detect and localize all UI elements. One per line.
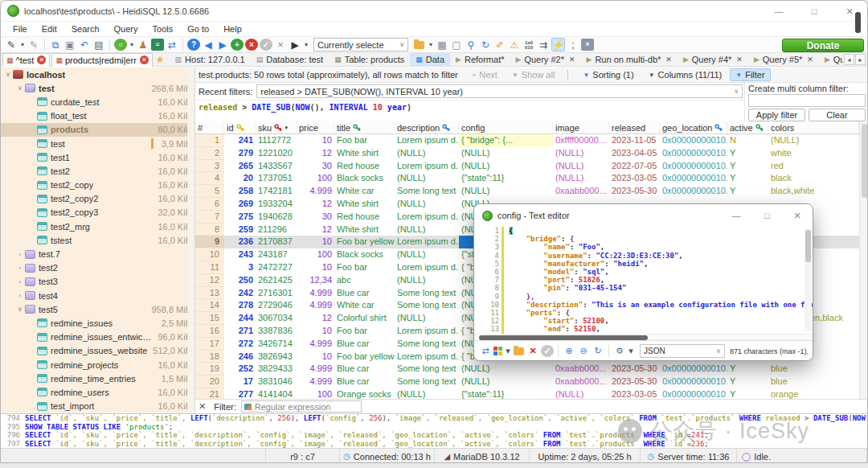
open-file-dropdown[interactable]: ▾ bbox=[428, 38, 434, 51]
apps-icon[interactable] bbox=[493, 347, 503, 356]
tab-reformat-[interactable]: ▶Reformat* bbox=[450, 53, 510, 67]
cell-sku[interactable]: 1742181 bbox=[256, 185, 297, 198]
tree-item-redmine-users[interactable]: redmine_users16,0 KiB bbox=[1, 385, 194, 399]
cell-description[interactable]: (NULL) bbox=[395, 312, 459, 325]
grid-filter-input[interactable]: Regular expression bbox=[241, 400, 362, 413]
cell-geo_location[interactable]: 0x00000000010... bbox=[660, 376, 727, 388]
cell-num[interactable]: 15 bbox=[195, 312, 224, 325]
tree-item-test2[interactable]: test216,0 KiB bbox=[1, 164, 194, 178]
cell-description[interactable]: (NULL) bbox=[395, 172, 459, 185]
cell-title[interactable]: Red house bbox=[334, 160, 395, 173]
column-header-colors[interactable]: colors bbox=[768, 121, 859, 133]
log-scrollbar-thumb[interactable] bbox=[855, 12, 861, 33]
expander-icon[interactable]: ∨ bbox=[16, 84, 24, 92]
cell-price[interactable]: 30 bbox=[297, 160, 334, 173]
cell-num[interactable]: 3 bbox=[195, 160, 224, 173]
cell-id[interactable]: 269 bbox=[224, 198, 256, 211]
filter-button[interactable]: ▼ Filter bbox=[730, 68, 770, 81]
cell-description[interactable]: Lorem ipsum d... bbox=[395, 160, 459, 173]
close-tab-icon[interactable]: ✕ bbox=[807, 55, 813, 64]
tab-run-on-multi-db-[interactable]: ▶Run on multi-db*✕ bbox=[580, 53, 677, 67]
cell-image[interactable]: (NULL) bbox=[553, 147, 609, 160]
cell-id[interactable]: 271 bbox=[224, 325, 256, 338]
cell-active[interactable]: Y bbox=[727, 160, 768, 173]
cell-released[interactable]: 2023-05-30 bbox=[609, 376, 660, 388]
column-header-title[interactable]: title bbox=[334, 121, 395, 133]
column-header-description[interactable]: description bbox=[395, 121, 459, 133]
clear-icon[interactable]: × bbox=[581, 39, 594, 51]
columns-button[interactable]: ▼ Columns (11/11) bbox=[649, 70, 723, 80]
power-icon[interactable]: ○ bbox=[114, 39, 127, 51]
cell-config[interactable]: (NULL) bbox=[459, 160, 553, 173]
cell-description[interactable]: Some long text bbox=[395, 338, 459, 351]
export-icon[interactable]: ≡ bbox=[151, 39, 164, 51]
cell-image[interactable]: (NULL) bbox=[553, 172, 609, 185]
tree-item-test5[interactable]: ∨test5958,8 MiB bbox=[1, 302, 194, 316]
cell-released[interactable]: 2023-11-05 bbox=[609, 134, 660, 147]
cell-active[interactable]: N bbox=[727, 134, 768, 147]
expander-icon[interactable]: › bbox=[16, 292, 24, 299]
column-header-num[interactable]: # bbox=[195, 121, 224, 133]
tree-item-products[interactable]: products80,0 KiB bbox=[1, 123, 194, 137]
cell-num[interactable]: 5 bbox=[195, 185, 224, 198]
column-header-geo_location[interactable]: geo_location bbox=[660, 121, 727, 133]
tree-item-test2-copy[interactable]: test2_copy16,0 KiB bbox=[1, 179, 194, 192]
cell-description[interactable]: (NULL) bbox=[395, 248, 459, 261]
close-button[interactable]: ✕ bbox=[782, 204, 813, 227]
cell-num[interactable]: 20 bbox=[195, 376, 224, 388]
cell-colors[interactable]: black,white bbox=[768, 185, 859, 198]
editor-title-bar[interactable]: config - Text editor — □ ✕ bbox=[474, 204, 813, 227]
cell-sku[interactable]: 3829433 bbox=[256, 363, 297, 376]
cell-config[interactable]: (NULL) bbox=[459, 147, 553, 160]
tab-query-4-[interactable]: ▶Query #4*✕ bbox=[678, 53, 748, 67]
tree-item-test2-copy2[interactable]: test2_copy216,0 KiB bbox=[1, 192, 194, 206]
cell-id[interactable]: 236 bbox=[224, 236, 256, 248]
cell-config[interactable]: (NULL) bbox=[459, 376, 553, 388]
cell-sku[interactable]: 2170837 bbox=[256, 236, 297, 248]
menu-file[interactable]: File bbox=[6, 24, 35, 34]
cell-geo_location[interactable]: 0x00000000010... bbox=[660, 147, 727, 160]
cell-image[interactable]: 0xffff00000... bbox=[553, 134, 609, 147]
cell-price[interactable]: 10 bbox=[297, 134, 334, 147]
tree-item-test2-mrg[interactable]: test2_mrg16,0 KiB bbox=[1, 220, 194, 233]
cell-sku[interactable]: 3831046 bbox=[256, 376, 297, 388]
last-row-icon[interactable]: ▶ bbox=[216, 38, 229, 51]
menu-tools[interactable]: Tools bbox=[145, 24, 181, 34]
delimiter-icon[interactable]: ; bbox=[567, 38, 579, 51]
close-tab-icon[interactable]: ✕ bbox=[665, 55, 672, 64]
expander-icon[interactable]: › bbox=[16, 265, 24, 272]
cell-description[interactable]: (NULL) bbox=[395, 224, 459, 236]
tree-item-redmine-issues-entwickler[interactable]: redmine_issues_entwickler96,0 KiB bbox=[1, 330, 194, 344]
tree-item-redmine-issues[interactable]: redmine_issues2,5 MiB bbox=[1, 316, 194, 330]
zoom-in-icon[interactable]: ⊕ bbox=[563, 344, 575, 358]
cell-colors[interactable]: black bbox=[768, 172, 859, 185]
connect-dropdown[interactable]: ▾ bbox=[19, 38, 26, 51]
cell-colors[interactable]: (NULL) bbox=[768, 134, 859, 147]
run-dropdown[interactable]: ▾ bbox=[303, 38, 309, 51]
cell-id[interactable]: 246 bbox=[224, 351, 256, 363]
column-header-id[interactable]: id bbox=[224, 121, 256, 133]
tree-scrollbar[interactable] bbox=[187, 68, 194, 413]
tree-item-test3[interactable]: ›test3 bbox=[1, 275, 194, 289]
cell-released[interactable]: 2023-04-05 bbox=[609, 147, 660, 160]
filter-sql-editor[interactable]: released > DATE_SUB(NOW(), INTERVAL 10 y… bbox=[195, 100, 744, 121]
tree-item-test4[interactable]: ›test4 bbox=[1, 289, 194, 302]
tab-scroll-right[interactable]: ▸ bbox=[855, 54, 866, 65]
cell-num[interactable]: 17 bbox=[195, 338, 224, 351]
cell-released[interactable]: 2023-05-30 bbox=[609, 363, 660, 376]
tab-host-127-0-0-1[interactable]: ▥Host: 127.0.0.1 bbox=[170, 53, 251, 67]
cell-id[interactable]: 20 bbox=[224, 172, 256, 185]
discard-icon[interactable]: × bbox=[274, 38, 287, 51]
close-icon[interactable]: ✕ bbox=[140, 55, 149, 64]
cell-colors[interactable]: red bbox=[768, 160, 859, 173]
connect-icon[interactable]: ✎ bbox=[5, 38, 18, 51]
tab-query-5-[interactable]: ▶Query #5*✕ bbox=[748, 53, 819, 67]
favorite-star-icon[interactable]: ★ bbox=[156, 54, 165, 65]
binary-icon[interactable]: 1a0010 bbox=[522, 38, 535, 51]
cell-sku[interactable]: 2716301 bbox=[256, 287, 297, 300]
cell-sku[interactable]: 3387836 bbox=[256, 325, 297, 338]
cell-id[interactable]: 265 bbox=[224, 160, 256, 173]
undo-icon[interactable]: ↶ bbox=[78, 38, 91, 51]
cell-geo_location[interactable]: 0x00000000010... bbox=[660, 363, 727, 376]
apply-icon[interactable]: ✓ bbox=[541, 345, 554, 357]
